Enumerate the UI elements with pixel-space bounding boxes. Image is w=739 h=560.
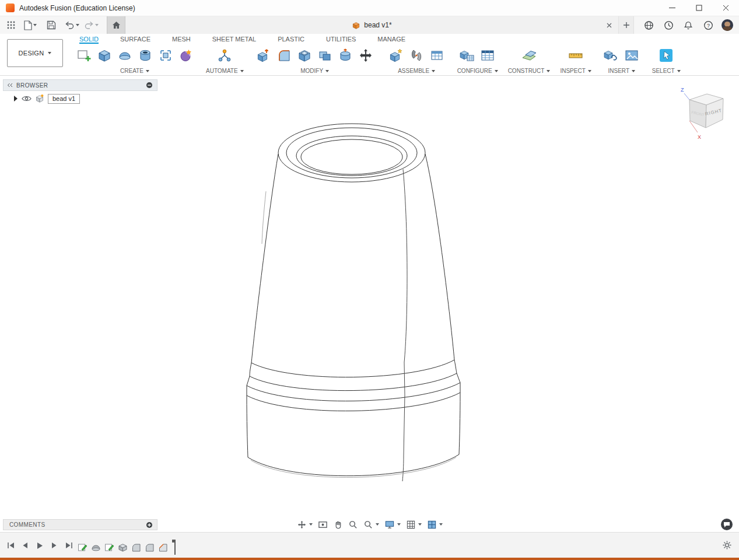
hole-button[interactable] [135,46,155,65]
app-grid-button[interactable] [5,18,17,33]
viewcube-graphic[interactable]: FRONT RIGHT Z X [678,85,730,142]
document-tab[interactable]: bead v1* [125,16,619,34]
tab-sheet-metal[interactable]: SHEET METAL [212,36,256,44]
display-settings-button[interactable] [384,520,401,530]
automate-button[interactable] [215,46,235,65]
configuration-table-button[interactable] [478,46,498,65]
close-button[interactable] [712,0,739,16]
browser-minimize-button[interactable] [146,82,153,89]
tool-group-inspect: INSPECT [560,44,591,74]
configure-group-dropdown[interactable]: CONFIGURE [457,68,498,74]
tab-manage[interactable]: MANAGE [377,36,405,44]
create-sketch-button[interactable] [73,46,94,65]
go-to-start-button[interactable] [6,541,15,550]
new-tab-button[interactable] [619,16,634,34]
timeline-playhead[interactable] [172,540,178,555]
new-component-button[interactable] [386,46,407,65]
viewcube[interactable]: FRONT RIGHT Z X [678,85,730,142]
timeline-sketch1-feature[interactable] [77,542,88,553]
browser-root-label[interactable]: bead v1 [48,94,80,104]
modify-group-dropdown[interactable]: MODIFY [300,68,329,74]
tab-solid[interactable]: SOLID [79,36,99,44]
pan-button[interactable] [333,520,343,530]
configure-button[interactable] [457,46,478,65]
comments-panel[interactable]: COMMENTS [3,519,157,530]
maximize-button[interactable] [685,0,712,16]
notifications-button[interactable] [682,18,695,33]
create-group-dropdown[interactable]: CREATE [120,68,149,74]
extensions-button[interactable] [642,18,655,33]
viewport-canvas[interactable]: BROWSER bead v1 [0,76,739,532]
timeline-chamfer-feature[interactable] [157,542,169,553]
tab-utilities[interactable]: UTILITIES [326,36,356,44]
create-form-button[interactable] [176,46,196,65]
joint-button[interactable] [407,46,427,65]
help-button[interactable]: ? [702,18,715,33]
play-button[interactable] [35,541,44,550]
zoom-button[interactable] [348,520,358,530]
timeline-fillet1-feature[interactable] [131,542,142,553]
look-at-button[interactable] [318,520,328,530]
file-menu-button[interactable] [23,18,37,33]
viewports-button[interactable] [427,520,443,530]
assistant-chat-button[interactable] [721,519,733,530]
combine-button[interactable] [315,46,335,65]
revolve-button[interactable] [114,46,135,65]
move-copy-button[interactable] [356,46,376,65]
measure-button[interactable] [566,46,586,65]
fillet-button[interactable] [274,46,295,65]
shell-button[interactable] [295,46,315,65]
workspace-selector[interactable]: DESIGN [7,39,63,67]
canvas-image-button[interactable] [622,46,642,65]
file-icon [23,20,32,30]
inspect-group-dropdown[interactable]: INSPECT [560,68,591,74]
timeline-sketch2-feature[interactable] [104,542,115,553]
construct-group-dropdown[interactable]: CONSTRUCT [508,68,551,74]
tab-plastic[interactable]: PLASTIC [278,36,304,44]
offset-face-button[interactable] [335,46,356,65]
bead-model-wireframe[interactable] [0,76,739,532]
browser-collapse-button[interactable] [7,83,13,88]
comments-expand-button[interactable] [146,522,153,528]
home-button[interactable] [107,16,125,34]
automate-group-dropdown[interactable]: AUTOMATE [206,68,244,74]
rigid-group-button[interactable] [427,46,447,65]
step-back-button[interactable] [20,541,30,550]
fit-caret-icon [376,523,379,526]
orbit-button[interactable] [297,520,313,530]
timeline-extrude-feature[interactable] [117,542,128,553]
assemble-group-dropdown[interactable]: ASSEMBLE [398,68,435,74]
step-forward-button[interactable] [50,541,59,550]
expand-arrow-icon[interactable] [13,96,18,102]
press-pull-button[interactable] [254,46,274,65]
save-button[interactable] [45,18,58,33]
browser-header[interactable]: BROWSER [3,79,157,91]
fit-button[interactable] [363,520,379,530]
timeline-settings-button[interactable] [722,540,732,552]
insert-group-dropdown[interactable]: INSERT [608,68,636,74]
timeline-fillet-icon [145,542,155,552]
redo-button[interactable] [84,18,99,33]
undo-button[interactable] [65,18,79,33]
timeline-revolve-feature[interactable] [90,542,101,553]
visibility-eye-icon[interactable] [22,95,31,102]
go-to-end-button[interactable] [64,541,73,550]
create-box-button[interactable] [94,46,114,65]
pattern-button[interactable] [155,46,176,65]
construct-plane-button[interactable] [519,46,540,65]
grid-snaps-button[interactable] [406,520,422,530]
document-tab-close-button[interactable] [604,20,614,30]
tab-surface[interactable]: SURFACE [120,36,150,44]
tab-mesh[interactable]: MESH [172,36,191,44]
select-group-dropdown[interactable]: SELECT [652,68,681,74]
minimize-button[interactable] [659,0,685,16]
job-status-button[interactable] [662,18,675,33]
select-button[interactable] [656,46,677,65]
browser-root-node[interactable]: bead v1 [3,91,157,106]
viewcube-z-axis-label: Z [681,87,684,93]
ribbon-tabs: SOLID SURFACE MESH SHEET METAL PLASTIC U… [72,34,739,44]
timeline-fillet2-feature[interactable] [144,542,155,553]
insert-derive-button[interactable] [601,46,622,65]
user-avatar[interactable] [722,19,733,31]
shell-icon [297,48,312,63]
